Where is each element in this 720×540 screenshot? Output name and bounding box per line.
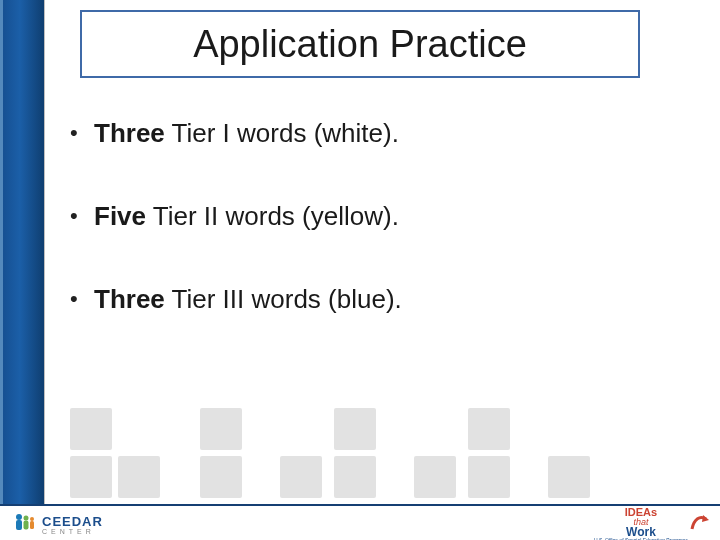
ideas-line1b: s — [651, 506, 657, 518]
ceedar-text: CEEDAR — [42, 514, 103, 529]
bullet-text: Tier I words (white). — [165, 118, 399, 148]
bullet-list: Three Tier I words (white). Five Tier II… — [70, 118, 670, 367]
title-box: Application Practice — [80, 10, 640, 78]
bullet-text: Tier II words (yellow). — [146, 201, 399, 231]
bullet-text: Tier III words (blue). — [165, 284, 402, 314]
svg-rect-5 — [30, 521, 34, 529]
ceedar-logo: CEEDAR CENTER — [12, 511, 103, 535]
svg-point-4 — [30, 517, 34, 521]
left-accent-stripe — [0, 0, 44, 540]
bullet-bold: Three — [94, 284, 165, 314]
footer: CEEDAR CENTER IDEAs that Work U.S. Offic… — [0, 506, 720, 540]
arrow-icon — [690, 511, 710, 535]
svg-rect-3 — [24, 521, 29, 530]
ceedar-sub: CENTER — [42, 528, 103, 535]
decorative-squares — [0, 384, 720, 504]
people-icon — [12, 511, 38, 535]
svg-point-2 — [24, 516, 29, 521]
list-item: Three Tier I words (white). — [70, 118, 670, 149]
list-item: Five Tier II words (yellow). — [70, 201, 670, 232]
slide-title: Application Practice — [193, 23, 527, 66]
list-item: Three Tier III words (blue). — [70, 284, 670, 315]
bullet-bold: Three — [94, 118, 165, 148]
ideas-logo: IDEAs that Work U.S. Office of Special E… — [594, 503, 710, 540]
svg-rect-1 — [16, 520, 22, 530]
svg-point-0 — [16, 514, 22, 520]
bullet-bold: Five — [94, 201, 146, 231]
